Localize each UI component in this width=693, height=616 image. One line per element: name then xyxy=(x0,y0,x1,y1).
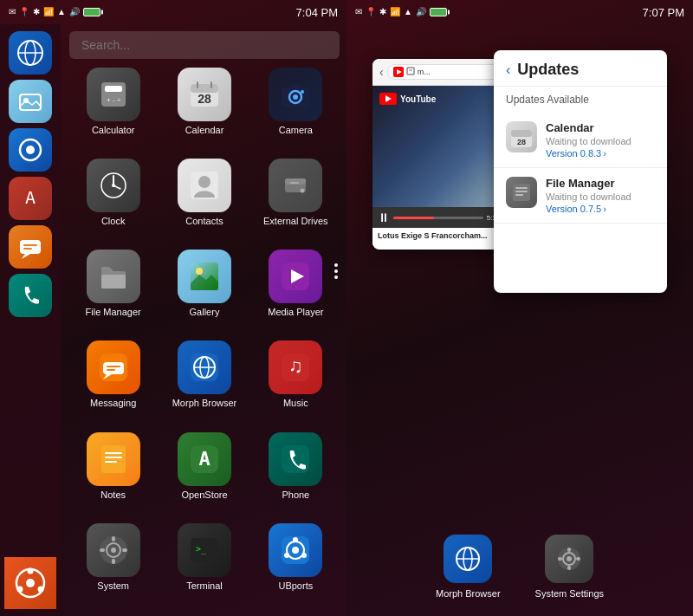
gallery-icon xyxy=(178,250,231,303)
svg-point-77 xyxy=(293,537,298,542)
status-icons-right: ✉ 📍 ✱ 📶 ▲ 🔊 xyxy=(355,8,447,16)
app-item-notes[interactable]: Notes xyxy=(69,432,157,518)
svg-rect-61 xyxy=(105,461,117,463)
music-icon: ♫ xyxy=(269,340,322,394)
morph-browser-label: Morph Browser xyxy=(172,398,237,409)
app-item-messaging[interactable]: Messaging xyxy=(69,340,157,426)
ubports-label: UBports xyxy=(278,580,313,592)
svg-point-44 xyxy=(196,268,203,275)
app-item-calculator[interactable]: + - ÷ Calculator xyxy=(69,68,157,153)
svg-rect-41 xyxy=(101,275,126,289)
updates-back-button[interactable]: ‹ xyxy=(506,62,510,78)
svg-rect-71 xyxy=(122,548,127,552)
svg-point-16 xyxy=(17,587,23,593)
svg-rect-11 xyxy=(23,248,32,250)
phone-left: ✉ 📍 ✱ 📶 ▲ 🔊 7:04 PM xyxy=(0,0,346,616)
app-item-camera[interactable]: Camera xyxy=(252,68,340,153)
progress-bar[interactable] xyxy=(393,217,483,219)
browser-back-button[interactable]: ‹ xyxy=(379,65,384,79)
app-item-file-manager[interactable]: File Manager xyxy=(69,250,157,335)
updates-card[interactable]: ‹ Updates Updates Available 28 Calendar … xyxy=(494,50,667,293)
svg-rect-99 xyxy=(558,557,562,561)
ubuntu-button[interactable] xyxy=(4,557,56,609)
ubuntu-icon xyxy=(13,566,48,600)
app-item-contacts[interactable]: Contacts xyxy=(160,159,248,244)
status-bar-right: ✉ 📍 ✱ 📶 ▲ 🔊 7:07 PM xyxy=(346,0,693,24)
svg-point-36 xyxy=(198,176,210,188)
svg-rect-59 xyxy=(105,452,122,454)
svg-point-67 xyxy=(111,548,116,553)
search-input[interactable] xyxy=(69,31,340,59)
app-item-terminal[interactable]: >_ Terminal xyxy=(160,523,248,609)
sidebar-icon-3[interactable] xyxy=(9,128,52,172)
sidebar-gallery-icon xyxy=(15,86,46,117)
calculator-icon: + - ÷ xyxy=(87,68,140,121)
updates-available-text: Updates Available xyxy=(494,87,667,113)
app-item-clock[interactable]: Clock xyxy=(69,159,157,244)
media-player-label: Media Player xyxy=(268,307,323,318)
messaging-icon xyxy=(87,340,140,394)
svg-rect-82 xyxy=(407,68,414,75)
svg-rect-100 xyxy=(576,557,580,561)
media-player-icon xyxy=(269,250,322,303)
update-item-file-manager[interactable]: File Manager Waiting to download Version… xyxy=(494,168,667,224)
svg-rect-10 xyxy=(23,244,37,246)
app-item-system[interactable]: System xyxy=(69,523,157,609)
app-item-ubports[interactable]: UBports xyxy=(252,523,340,609)
svg-point-13 xyxy=(26,579,35,587)
dock-item-system-settings[interactable]: System Settings xyxy=(535,535,604,599)
calendar-icon: 28 xyxy=(178,68,231,121)
svg-point-15 xyxy=(38,587,44,593)
dock-system-settings-label: System Settings xyxy=(535,588,604,599)
app-item-media-player[interactable]: Media Player xyxy=(252,250,340,335)
svg-text:♫: ♫ xyxy=(288,355,303,377)
chevron-right-icon-2: › xyxy=(603,204,606,214)
app-item-morph-browser[interactable]: Morph Browser xyxy=(160,340,248,426)
svg-rect-58 xyxy=(101,445,126,473)
svg-rect-8 xyxy=(20,240,41,254)
sidebar-ubports-icon xyxy=(15,134,46,165)
app-item-music[interactable]: ♫ Music xyxy=(252,340,340,426)
update-filemanager-version[interactable]: Version 0.7.5 › xyxy=(546,204,655,214)
wifi-icon: ▲ xyxy=(57,8,66,16)
app-item-external-drives[interactable]: External Drives xyxy=(252,159,340,244)
update-calendar-info: Calendar Waiting to download Version 0.8… xyxy=(546,121,655,159)
svg-point-6 xyxy=(26,146,35,154)
update-item-calendar[interactable]: 28 Calendar Waiting to download Version … xyxy=(494,113,667,168)
system-label: System xyxy=(97,580,129,592)
app-item-calendar[interactable]: 28 Calendar xyxy=(160,68,248,153)
mail-icon: ✉ xyxy=(9,8,16,16)
sidebar-icon-6[interactable] xyxy=(9,274,52,317)
right-main-content: ‹ m... YouTube xyxy=(346,24,693,616)
update-calendar-version[interactable]: Version 0.8.3 › xyxy=(546,148,655,159)
youtube-logo: YouTube xyxy=(379,93,436,105)
svg-point-76 xyxy=(292,547,299,554)
svg-point-29 xyxy=(301,90,304,94)
app-item-gallery[interactable]: Gallery xyxy=(160,250,248,335)
status-icons-left: ✉ 📍 ✱ 📶 ▲ 🔊 xyxy=(9,8,100,16)
update-file-icon xyxy=(506,177,537,208)
sidebar-icon-1[interactable] xyxy=(9,31,52,75)
sidebar-icon-4[interactable]: A xyxy=(9,177,52,220)
dock-system-settings-icon xyxy=(545,535,593,583)
external-drives-label: External Drives xyxy=(263,216,328,227)
svg-rect-88 xyxy=(515,187,528,189)
status-time-right: 7:07 PM xyxy=(643,6,684,19)
sidebar-icon-2[interactable] xyxy=(9,80,52,123)
svg-rect-70 xyxy=(100,548,105,552)
app-item-openstore[interactable]: A OpenStore xyxy=(160,432,248,518)
app-item-phone[interactable]: Phone xyxy=(252,432,340,518)
sidebar-icon-5[interactable] xyxy=(9,225,52,269)
context-menu-dots[interactable] xyxy=(334,263,338,279)
dock-item-morph-browser[interactable]: Morph Browser xyxy=(436,535,501,599)
play-pause-button[interactable]: ⏸ xyxy=(378,211,390,224)
messaging-label: Messaging xyxy=(90,398,136,409)
terminal-icon: >_ xyxy=(178,523,231,577)
yt-icon xyxy=(379,93,397,105)
file-manager-label: File Manager xyxy=(86,307,141,318)
update-filemanager-name: File Manager xyxy=(546,177,655,190)
svg-text:÷: ÷ xyxy=(117,96,121,104)
svg-rect-68 xyxy=(112,536,115,541)
update-filemanager-info: File Manager Waiting to download Version… xyxy=(546,177,655,214)
progress-fill xyxy=(393,217,434,219)
